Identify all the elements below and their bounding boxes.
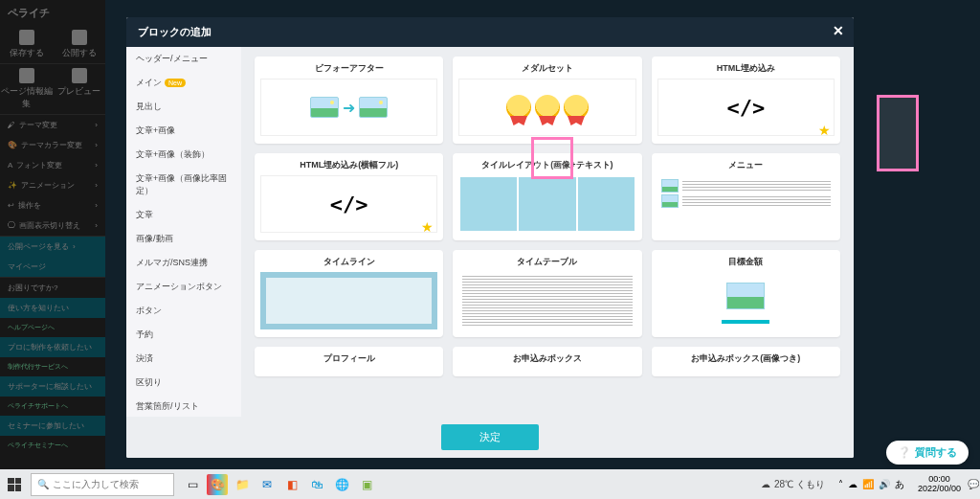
block-card[interactable]: ビフォーアフター➜: [255, 57, 443, 144]
card-title: プロフィール: [323, 352, 375, 365]
category-list: ヘッダー/メニューメインNew見出し文章+画像文章+画像（装飾）文章+画像（画像…: [126, 47, 241, 417]
search-input[interactable]: 🔍 ここに入力して検索: [31, 473, 174, 496]
card-title: HTML埋め込み: [717, 62, 775, 75]
store-icon[interactable]: 🛍: [306, 474, 327, 495]
modal-header: ブロックの追加 ✕: [126, 17, 854, 47]
card-title: メダルセット: [522, 62, 573, 75]
category-item[interactable]: 画像/動画: [126, 227, 241, 251]
star-icon: ★: [818, 123, 831, 138]
category-item[interactable]: 文章+画像（画像比率固定）: [126, 167, 241, 203]
chevron-up-icon[interactable]: ˄: [838, 479, 843, 489]
card-thumb: [458, 79, 635, 136]
block-card[interactable]: プロフィール: [255, 347, 443, 376]
category-item[interactable]: 区切り: [126, 371, 241, 395]
category-item[interactable]: 文章+画像（装飾）: [126, 143, 241, 167]
card-thumb: [260, 272, 437, 329]
card-thumb: [458, 175, 635, 233]
weather-widget[interactable]: ☁ 28℃ くもり: [755, 478, 831, 491]
volume-icon[interactable]: 🔊: [879, 479, 890, 489]
card-thumb: [657, 175, 835, 233]
office-icon[interactable]: ◧: [281, 474, 302, 495]
category-item[interactable]: 決済: [126, 347, 241, 371]
card-title: ビフォーアフター: [315, 62, 384, 75]
explorer-icon[interactable]: 📁: [232, 474, 253, 495]
card-thumb: [458, 272, 635, 329]
category-item[interactable]: 営業箇所/リスト: [126, 395, 241, 417]
highlight-box-1: [531, 137, 573, 179]
taskview-icon[interactable]: ▭: [182, 474, 203, 495]
card-title: お申込みボックス: [513, 352, 582, 365]
block-card[interactable]: メニュー: [652, 153, 840, 240]
highlight-box-2: [877, 95, 919, 171]
block-card[interactable]: お申込みボックス: [453, 347, 641, 376]
card-title: タイムテーブル: [517, 256, 577, 268]
category-item[interactable]: 文章+画像: [126, 119, 241, 143]
add-block-modal: ブロックの追加 ✕ ヘッダー/メニューメインNew見出し文章+画像文章+画像（装…: [126, 17, 854, 458]
wifi-icon[interactable]: 📶: [862, 479, 874, 489]
card-title: お申込みボックス(画像つき): [691, 352, 800, 365]
system-tray[interactable]: ˄ ☁ 📶 🔊 あ: [831, 478, 912, 491]
chrome-icon[interactable]: 🌐: [331, 474, 352, 495]
category-item[interactable]: 予約: [126, 323, 241, 347]
category-item[interactable]: ヘッダー/メニュー: [126, 47, 241, 71]
category-item[interactable]: メインNew: [126, 71, 241, 95]
ime-icon[interactable]: あ: [895, 478, 904, 491]
category-item[interactable]: ボタン: [126, 299, 241, 323]
taskbar-clock[interactable]: 00:002022/00/00: [912, 475, 967, 494]
category-item[interactable]: 文章: [126, 203, 241, 227]
block-card[interactable]: タイムテーブル: [453, 250, 641, 337]
app-icon[interactable]: 🎨: [207, 474, 228, 495]
block-card[interactable]: タイムライン: [255, 250, 443, 337]
windows-taskbar: 🔍 ここに入力して検索 ▭ 🎨 📁 ✉ ◧ 🛍 🌐 ▣ ☁ 28℃ くもり ˄ …: [0, 469, 980, 499]
notification-icon[interactable]: 💬: [967, 479, 980, 489]
cloud-icon[interactable]: ☁: [848, 479, 858, 489]
card-thumb: </>: [260, 175, 437, 233]
card-title: HTML埋め込み(横幅フル): [300, 159, 398, 171]
block-card[interactable]: 目標金額: [652, 250, 840, 337]
modal-close-icon[interactable]: ✕: [833, 23, 844, 38]
card-title: タイムライン: [323, 256, 375, 268]
card-thumb: </>: [657, 79, 835, 136]
category-item[interactable]: アニメーションボタン: [126, 275, 241, 299]
card-thumb: ➜: [260, 79, 437, 136]
start-button[interactable]: [0, 469, 29, 499]
star-icon: ★: [421, 219, 434, 235]
block-card[interactable]: お申込みボックス(画像つき): [652, 347, 840, 376]
submit-button[interactable]: 決定: [441, 424, 539, 450]
block-card[interactable]: HTML埋め込み</>★: [652, 57, 840, 144]
block-card[interactable]: HTML埋め込み(横幅フル)</>★: [255, 153, 443, 240]
modal-title: ブロックの追加: [138, 26, 212, 37]
mail-icon[interactable]: ✉: [256, 474, 278, 495]
card-title: 目標金額: [728, 256, 763, 268]
block-grid: ビフォーアフター➜メダルセットHTML埋め込み</>★HTML埋め込み(横幅フル…: [255, 57, 840, 376]
card-title: メニュー: [728, 159, 763, 171]
category-item[interactable]: 見出し: [126, 95, 241, 119]
category-item[interactable]: メルマガ/SNS連携: [126, 251, 241, 275]
block-card[interactable]: メダルセット: [453, 57, 641, 144]
help-pill[interactable]: ❔ 質問する: [886, 441, 969, 465]
card-thumb: [657, 272, 835, 329]
app2-icon[interactable]: ▣: [356, 474, 377, 495]
